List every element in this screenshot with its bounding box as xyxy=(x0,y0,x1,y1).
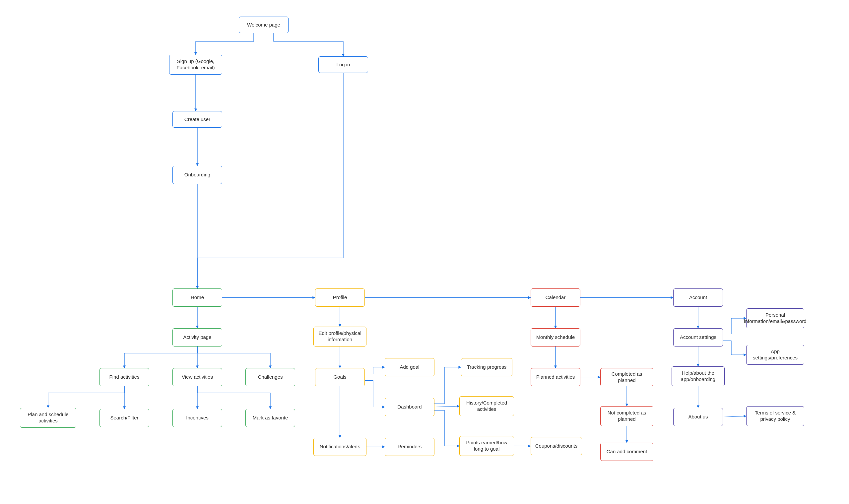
node-label: Dashboard xyxy=(397,404,421,410)
node-activitypage[interactable]: Activity page xyxy=(173,328,222,346)
node-label: View activities xyxy=(182,374,213,380)
node-label: History/Completed activities xyxy=(462,400,512,413)
node-label: Calendar xyxy=(545,294,566,301)
node-trackingprogress[interactable]: Tracking progress xyxy=(461,358,512,376)
node-label: Help/about the app/onboarding xyxy=(674,370,722,383)
node-label: Goals xyxy=(333,374,346,380)
edge xyxy=(723,341,746,355)
flowchart-canvas: Welcome pageSign up (Google, Facebook, e… xyxy=(0,0,849,504)
node-createuser[interactable]: Create user xyxy=(173,111,222,128)
edge xyxy=(365,367,385,374)
edge xyxy=(196,33,254,55)
edge xyxy=(434,406,459,407)
node-viewactivities[interactable]: View activities xyxy=(173,368,222,386)
node-home[interactable]: Home xyxy=(173,288,222,307)
node-notifications[interactable]: Notifications/alerts xyxy=(313,438,366,456)
node-label: About us xyxy=(688,414,708,420)
node-goals[interactable]: Goals xyxy=(315,368,365,386)
node-label: Monthly schedule xyxy=(536,334,575,341)
node-plannedactivities[interactable]: Planned activities xyxy=(530,368,580,386)
edge xyxy=(48,386,124,408)
node-monthlyschedule[interactable]: Monthly schedule xyxy=(530,328,580,346)
node-label: Onboarding xyxy=(184,172,210,178)
edge-layer xyxy=(0,0,849,504)
node-label: Account xyxy=(689,294,707,301)
node-label: Personal information/email&password xyxy=(744,312,806,325)
node-label: Edit profile/physical information xyxy=(316,330,364,343)
node-label: Planned activities xyxy=(536,374,575,380)
node-profile[interactable]: Profile xyxy=(315,288,365,307)
node-signup[interactable]: Sign up (Google, Facebook, email) xyxy=(169,55,222,75)
node-label: Reminders xyxy=(398,444,422,450)
node-historycompleted[interactable]: History/Completed activities xyxy=(459,396,514,416)
node-label: Completed as planned xyxy=(602,371,651,384)
node-label: Notifications/alerts xyxy=(320,444,361,450)
node-label: Not completed as planned xyxy=(602,410,651,422)
edge xyxy=(124,346,197,368)
node-pointsearned[interactable]: Points earned/how long to goal xyxy=(459,436,514,456)
node-label: Mark as favorite xyxy=(253,415,288,421)
node-incentives[interactable]: Incentives xyxy=(173,409,222,427)
edge xyxy=(723,416,746,417)
edge xyxy=(434,367,461,404)
node-appsettings[interactable]: App settings/preferences xyxy=(746,345,804,365)
node-label: Account settings xyxy=(680,334,716,341)
node-searchfilter[interactable]: Search/Filter xyxy=(100,409,149,427)
node-label: Log in xyxy=(337,62,350,68)
node-accountsettings[interactable]: Account settings xyxy=(673,328,723,346)
node-label: Find activities xyxy=(109,374,140,380)
node-label: Coupons/discounts xyxy=(535,443,578,449)
node-personalinfo[interactable]: Personal information/email&password xyxy=(746,308,804,328)
node-helpabout[interactable]: Help/about the app/onboarding xyxy=(672,366,725,386)
node-addcomment[interactable]: Can add comment xyxy=(600,443,653,461)
node-label: Home xyxy=(191,294,204,301)
node-label: Incentives xyxy=(186,415,209,421)
node-label: Activity page xyxy=(183,334,211,341)
node-label: Points earned/how long to goal xyxy=(462,440,512,452)
node-label: Create user xyxy=(184,116,210,123)
node-aboutus[interactable]: About us xyxy=(673,408,723,426)
node-onboarding[interactable]: Onboarding xyxy=(173,166,222,184)
node-coupons[interactable]: Coupons/discounts xyxy=(530,437,582,455)
node-label: Add goal xyxy=(400,364,419,371)
node-label: Tracking progress xyxy=(467,364,507,371)
node-label: Search/Filter xyxy=(110,415,138,421)
node-label: Plan and schedule activities xyxy=(22,412,74,424)
node-calendar[interactable]: Calendar xyxy=(530,288,580,307)
node-dashboard[interactable]: Dashboard xyxy=(385,398,434,416)
node-markfavorite[interactable]: Mark as favorite xyxy=(246,409,295,427)
node-editprofile[interactable]: Edit profile/physical information xyxy=(313,327,366,346)
node-reminders[interactable]: Reminders xyxy=(385,438,434,456)
node-account[interactable]: Account xyxy=(673,288,723,307)
edge xyxy=(514,446,530,446)
node-login[interactable]: Log in xyxy=(319,56,368,73)
node-label: Can add comment xyxy=(607,449,647,455)
node-notcompleted[interactable]: Not completed as planned xyxy=(600,406,653,426)
node-completedplanned[interactable]: Completed as planned xyxy=(600,368,653,386)
node-welcome[interactable]: Welcome page xyxy=(239,17,289,33)
node-challenges[interactable]: Challenges xyxy=(246,368,295,386)
node-label: App settings/preferences xyxy=(748,348,802,361)
node-label: Welcome page xyxy=(247,22,280,28)
edge xyxy=(365,381,385,407)
node-planschedule[interactable]: Plan and schedule activities xyxy=(20,408,76,428)
node-findactivities[interactable]: Find activities xyxy=(100,368,149,386)
node-label: Terms of service & privacy policy xyxy=(748,410,802,422)
node-label: Challenges xyxy=(258,374,283,380)
node-addgoal[interactable]: Add goal xyxy=(385,358,434,376)
edge xyxy=(197,346,270,368)
edge xyxy=(197,386,270,409)
edge xyxy=(434,411,459,446)
node-tos[interactable]: Terms of service & privacy policy xyxy=(746,406,804,426)
node-label: Sign up (Google, Facebook, email) xyxy=(171,58,220,71)
edge xyxy=(274,33,343,56)
node-label: Profile xyxy=(333,294,347,301)
edge xyxy=(723,318,746,334)
